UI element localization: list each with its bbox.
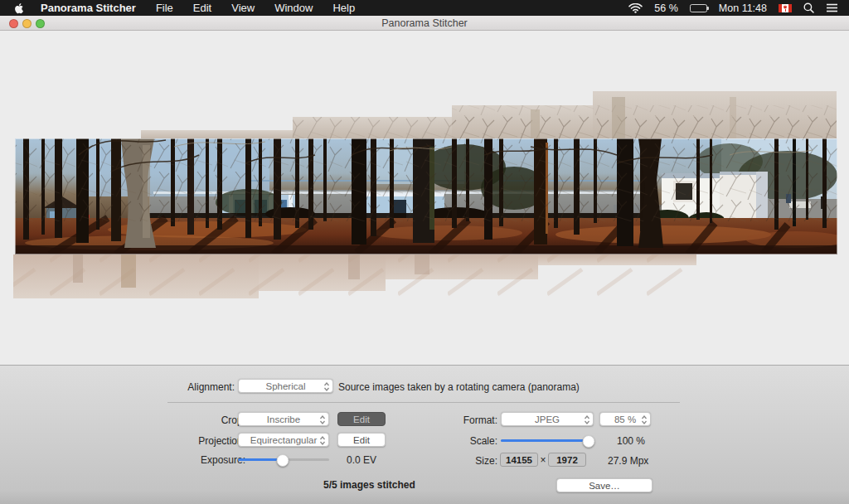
control-panel: Alignment: Spherical Source images taken… [0,365,849,504]
spotlight-icon[interactable] [803,2,814,13]
format-value: JPEG [535,414,560,424]
apple-icon[interactable] [14,2,25,14]
menu-clock[interactable]: Mon 11:48 [719,2,767,14]
size-label: Size: [398,455,497,467]
panorama-preview [0,31,849,365]
format-label: Format: [398,414,497,426]
crop-edit-button[interactable]: Edit [337,412,386,426]
menu-view[interactable]: View [231,2,255,14]
battery-percent-label[interactable]: 56 % [654,2,678,14]
alignment-dropdown[interactable]: Spherical [238,379,333,393]
stepper-icon [323,381,330,392]
size-megapixels: 27.9 Mpx [608,455,648,467]
stitched-panorama-image [0,31,849,365]
screen: Panorama Stitcher File Edit View Window … [0,0,849,504]
alignment-label: Alignment: [135,381,235,393]
size-height-field[interactable] [548,453,586,467]
menu-bar: Panorama Stitcher File Edit View Window … [0,0,849,16]
alignment-value: Spherical [266,381,306,391]
window-title-bar: Panorama Stitcher [0,16,849,31]
scale-slider[interactable] [501,434,594,446]
stepper-icon [641,414,648,425]
scale-label: Scale: [398,435,497,447]
separator [167,402,680,403]
stepper-icon [319,414,326,425]
battery-icon[interactable] [690,4,707,12]
stitch-status: 5/5 images stitched [323,479,415,491]
menu-edit[interactable]: Edit [193,2,211,14]
canada-flag-icon[interactable] [779,4,792,12]
stepper-icon [584,414,590,425]
menu-help[interactable]: Help [332,2,355,14]
format-dropdown[interactable]: JPEG [501,412,594,426]
projection-label: Projection: [146,435,245,447]
exposure-value: 0.0 EV [347,454,376,466]
quality-value: 85 % [614,414,636,424]
exposure-slider[interactable] [238,453,329,465]
pano-top-overlap-steps [141,91,837,139]
notification-center-icon[interactable] [826,3,838,12]
window-title: Panorama Stitcher [0,17,849,29]
wifi-icon[interactable] [628,3,643,13]
stepper-icon [319,435,326,446]
exposure-label: Exposure: [146,454,245,466]
crop-value: Inscribe [267,414,300,424]
menu-app-name[interactable]: Panorama Stitcher [41,2,136,14]
size-times-label: × [537,454,549,466]
pano-main-band [15,138,846,254]
exposure-slider-thumb[interactable] [276,454,289,467]
menu-file[interactable]: File [156,2,173,14]
alignment-description: Source images taken by a rotating camera… [338,381,580,393]
crop-label: Crop: [146,414,245,426]
size-width-field[interactable] [500,453,538,467]
save-button[interactable]: Save… [556,478,653,492]
pano-bottom-overlap-steps [13,254,696,298]
menu-window[interactable]: Window [274,2,313,14]
projection-dropdown[interactable]: Equirectangular [238,433,329,447]
scale-value: 100 % [617,435,645,447]
crop-dropdown[interactable]: Inscribe [238,412,329,426]
projection-edit-button[interactable]: Edit [337,433,386,447]
quality-dropdown[interactable]: 85 % [599,412,651,426]
scale-slider-thumb[interactable] [583,435,595,448]
projection-value: Equirectangular [250,435,318,445]
